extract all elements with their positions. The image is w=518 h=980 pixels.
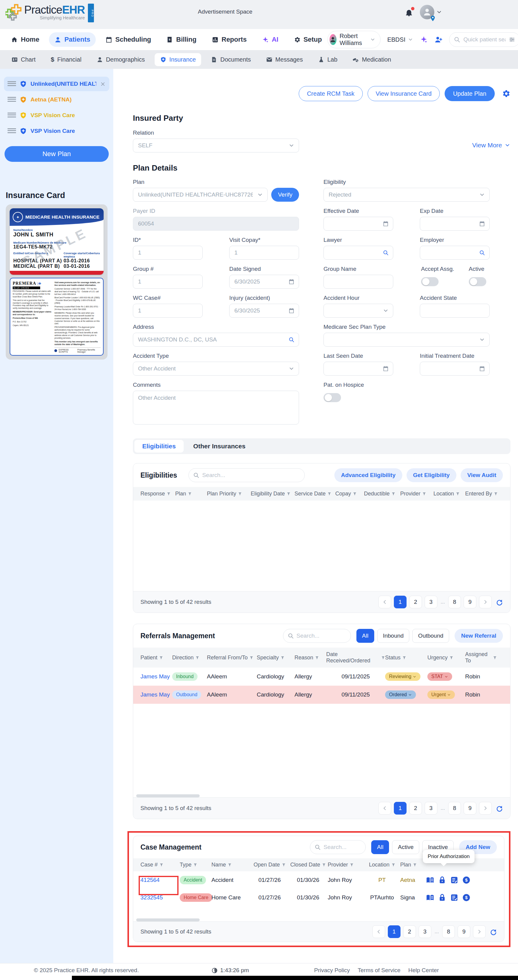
prev-page-button[interactable] [372, 925, 385, 938]
exp-date-input[interactable] [420, 217, 489, 231]
update-plan-button[interactable]: Update Plan [445, 86, 495, 101]
page-button-8[interactable]: 8 [448, 596, 461, 608]
referrals-filter-outbound[interactable]: Outbound [412, 629, 449, 643]
page-button-1[interactable]: 1 [388, 925, 400, 938]
view-audit-button[interactable]: View Audit [461, 468, 503, 482]
next-page-button[interactable] [479, 596, 492, 608]
filter-funnel-icon[interactable] [315, 656, 319, 660]
tab-insurance[interactable]: Insurance [155, 53, 201, 66]
horizontal-scrollbar[interactable] [134, 794, 509, 797]
page-button-1[interactable]: 1 [394, 596, 406, 608]
filter-funnel-icon[interactable] [250, 656, 253, 660]
hospice-toggle[interactable] [324, 393, 341, 402]
verify-button[interactable]: Verify [271, 188, 299, 202]
page-button-3[interactable]: 3 [425, 596, 437, 608]
tab-lab[interactable]: Lab [312, 53, 343, 66]
current-patient-selector[interactable]: Robert Williams [327, 31, 381, 48]
medicare-sec-plan-type-select[interactable] [324, 333, 489, 347]
horizontal-scrollbar[interactable] [134, 918, 503, 921]
injury-date-field[interactable] [234, 307, 294, 314]
filter-funnel-icon[interactable] [402, 656, 406, 660]
user-avatar[interactable] [420, 5, 434, 19]
practice-ehr-logo[interactable]: PracticeEHR Simplifying Healthcare PRO [5, 4, 94, 22]
next-page-button[interactable] [479, 802, 492, 815]
address-input[interactable] [133, 333, 299, 347]
case-row[interactable]: 412564 Accident Accident 01/27/26 01/30/… [133, 871, 504, 889]
filter-funnel-icon[interactable] [287, 492, 290, 496]
status-dropdown[interactable]: Ordered [385, 690, 416, 699]
case-billing-dollar-icon[interactable] [462, 893, 470, 902]
page-button-1[interactable]: 1 [394, 802, 406, 815]
comments-textarea[interactable] [133, 391, 299, 425]
sidebar-plan-vsp-vision-care-1[interactable]: VSP Vision Care [4, 108, 109, 123]
tab-medication[interactable]: Medication [347, 53, 397, 66]
nav-item-billing[interactable]: Billing [161, 32, 202, 47]
case-notes-book-icon[interactable] [426, 893, 434, 902]
quick-patient-search[interactable] [449, 32, 518, 47]
accident-type-select[interactable]: Other Accident [133, 362, 299, 375]
refresh-icon[interactable] [489, 928, 497, 935]
relation-select[interactable]: SELF [133, 138, 299, 153]
calendar-icon[interactable] [383, 366, 389, 372]
plan-select[interactable]: Unlinked(UNITED HEALTHCARE-UHC87726W) [133, 188, 268, 202]
case-number-link[interactable]: 412564 [140, 877, 180, 883]
accept-assg-toggle[interactable] [421, 277, 438, 286]
filter-funnel-icon[interactable] [228, 863, 232, 867]
nav-item-setup[interactable]: Setup [288, 32, 327, 47]
filter-funnel-icon[interactable] [159, 863, 163, 867]
referral-row[interactable]: James May Outbound AAleem Cardiology All… [133, 686, 510, 704]
filter-funnel-icon[interactable] [493, 656, 497, 660]
page-button-2[interactable]: 2 [409, 802, 422, 815]
tab-chart[interactable]: Chart [6, 53, 41, 66]
last-seen-date-field[interactable] [328, 365, 388, 372]
page-button-2[interactable]: 2 [403, 925, 416, 938]
scrollbar-thumb[interactable] [136, 918, 200, 921]
page-button-3[interactable]: 3 [419, 925, 431, 938]
accident-hour-select[interactable] [324, 304, 393, 318]
filter-funnel-icon[interactable] [456, 492, 460, 496]
cases-filter-active[interactable]: Active [392, 840, 419, 854]
tab-messages[interactable]: Messages [261, 53, 308, 66]
filter-funnel-icon[interactable] [282, 863, 286, 867]
tab-other-insurances[interactable]: Other Insurances [185, 440, 253, 453]
page-button-9[interactable]: 9 [457, 925, 470, 938]
urgency-dropdown[interactable]: STAT [427, 672, 452, 681]
wc-case-field[interactable] [138, 307, 198, 314]
filter-funnel-icon[interactable] [391, 863, 395, 867]
filter-funnel-icon[interactable] [167, 492, 171, 496]
patient-link[interactable]: James May [140, 673, 172, 680]
status-dropdown[interactable]: Reviewing [385, 672, 421, 681]
referral-row[interactable]: James May Inbound AAleem Cardiology Alle… [133, 668, 510, 686]
create-rcm-task-button[interactable]: Create RCM Task [299, 86, 362, 101]
calendar-icon[interactable] [479, 221, 485, 227]
page-button-8[interactable]: 8 [448, 802, 461, 815]
date-signed-field[interactable] [234, 278, 294, 285]
sidebar-plan-aetna[interactable]: Aetna (AETNA) [4, 92, 109, 107]
case-checklist-icon[interactable] [450, 893, 459, 902]
plan-settings-gear-button[interactable] [501, 89, 510, 98]
scrollbar-thumb[interactable] [136, 794, 200, 797]
refresh-icon[interactable] [496, 805, 503, 812]
filter-funnel-icon[interactable] [353, 492, 357, 496]
last-seen-date-input[interactable] [324, 362, 393, 375]
view-more-link[interactable]: View More [472, 142, 510, 149]
accident-state-input[interactable] [420, 304, 489, 318]
visit-copay-field[interactable] [234, 250, 294, 256]
cases-search-input[interactable] [324, 844, 361, 851]
filter-funnel-icon[interactable] [413, 863, 417, 867]
filter-funnel-icon[interactable] [449, 656, 453, 660]
nav-item-reports[interactable]: Reports [206, 32, 252, 47]
refresh-icon[interactable] [496, 598, 503, 606]
search-icon[interactable] [479, 250, 485, 256]
referrals-filter-all[interactable]: All [356, 629, 374, 643]
cases-filter-all[interactable]: All [371, 840, 389, 854]
drag-handle[interactable] [8, 81, 16, 87]
lawyer-input[interactable] [324, 246, 393, 259]
effective-date-input[interactable] [324, 217, 393, 231]
prev-page-button[interactable] [378, 596, 391, 608]
wc-case-input[interactable] [133, 304, 202, 318]
accident-state-field[interactable] [425, 307, 485, 314]
tab-documents[interactable]: Documents [206, 53, 256, 66]
id-input[interactable] [133, 246, 202, 259]
group-name-field[interactable] [328, 278, 388, 285]
